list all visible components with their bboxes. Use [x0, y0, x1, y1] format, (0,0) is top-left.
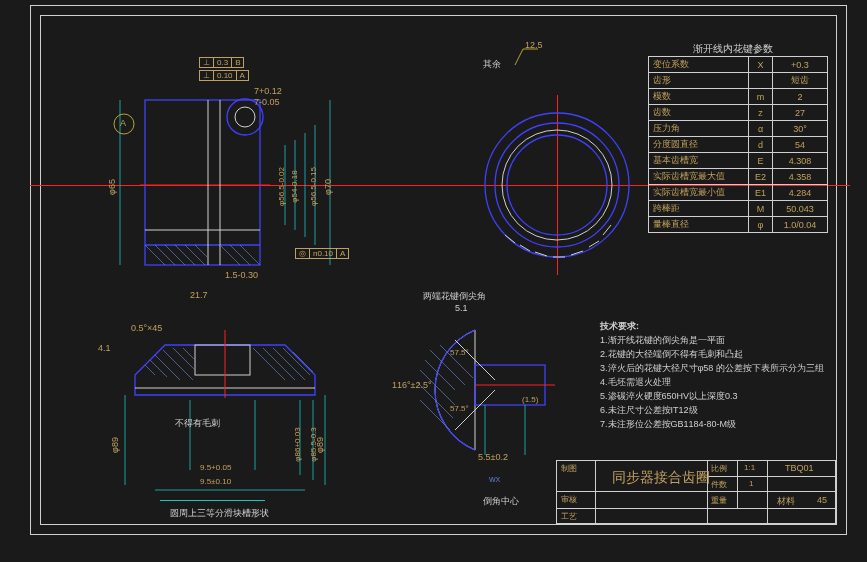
gcf-box-2: ⊥0.10A [199, 70, 249, 81]
svg-line-43 [183, 348, 195, 360]
dim-w95a: 9.5±0.10 [200, 477, 231, 486]
gcf3-sym: ◎ [296, 249, 310, 258]
param-row: 量棒直径φ1.0/0.04 [649, 217, 828, 233]
param-row: 齿形短齿 [649, 73, 828, 89]
ra-value: 12.5 [525, 40, 543, 50]
dim-d70: φ70 [323, 179, 333, 195]
gcf3-tol: n0.10 [310, 249, 337, 258]
dim-d5418: φ54-0.18 [290, 170, 299, 202]
dim-cham: 0.5°×45 [131, 323, 162, 333]
ring-front-view [475, 95, 640, 275]
param-row: 模数m2 [649, 89, 828, 105]
svg-line-47 [283, 348, 310, 375]
dim-d86: φ86+0.03 [293, 427, 302, 461]
param-row: 变位系数X+0.3 [649, 57, 828, 73]
svg-point-25 [495, 123, 619, 247]
param-row: 跨棒距M50.043 [649, 201, 828, 217]
dim-55: 5.5±0.2 [478, 452, 508, 462]
gcf2-tol: 0.10 [214, 71, 237, 80]
svg-line-40 [155, 355, 180, 380]
svg-line-46 [273, 348, 305, 380]
param-row: 齿数z27 [649, 105, 828, 121]
svg-line-39 [150, 360, 167, 377]
gcf1-tol: 0.3 [214, 58, 232, 67]
qiyu-label: 其余 [483, 58, 501, 71]
svg-line-41 [163, 350, 193, 380]
dim-217: 21.7 [190, 290, 208, 300]
svg-line-28 [505, 235, 515, 243]
tb-mass-l: 重量 [711, 495, 727, 506]
gcf-box-1: ⊥0.3B [199, 57, 244, 68]
datum-a-label: A [120, 118, 126, 128]
param-row: 基本齿槽宽E4.308 [649, 153, 828, 169]
svg-line-13 [195, 245, 208, 258]
tb-code: TBQ01 [785, 463, 814, 473]
param-row: 实际齿槽宽最大值E24.358 [649, 169, 828, 185]
dim-w95b: 9.5+0.05 [200, 463, 231, 472]
mid-wx: WX [489, 476, 500, 483]
gcf1-sym: ⊥ [200, 58, 214, 67]
note-2: 2.花键的大径端倒不得有毛刺和凸起 [600, 348, 743, 361]
svg-line-16 [240, 245, 260, 265]
note-slot: 圆周上三等分滑块槽形状 [170, 507, 269, 520]
svg-rect-35 [195, 345, 250, 375]
gcf3-dat: A [337, 249, 348, 258]
svg-line-11 [175, 245, 195, 265]
dim-41: 4.1 [98, 343, 111, 353]
mid-note2: 倒角中心 [483, 495, 519, 508]
tb-col2: 审核 [561, 494, 577, 505]
tb-main: 同步器接合齿圈 [612, 469, 710, 487]
svg-line-63 [420, 400, 450, 430]
dim-d89: φ89 [110, 437, 120, 453]
title-block: 同步器接合齿圈 比例 1:1 TBQ01 件数 1 重量 材料 45 制图 审核… [556, 460, 836, 524]
dim-d564: φ56.5-0.02 [277, 167, 286, 206]
svg-point-3 [235, 107, 255, 127]
dim-d5618: φ56.5-0.15 [309, 167, 318, 206]
note-4: 4.毛坯需退火处理 [600, 376, 671, 389]
dim-7a: 7+0.12 [254, 86, 282, 96]
note-5: 5.渗碳淬火硬度650HV以上深度0.3 [600, 390, 738, 403]
svg-line-45 [263, 348, 295, 380]
mid-title: 两端花键倒尖角 [423, 290, 486, 303]
tb-scale-l: 比例 [711, 463, 727, 474]
dim-575a: 57.5° [450, 348, 469, 357]
note-3: 3.淬火后的花键大径尺寸φ58 的公差按下表所示分为三组 [600, 362, 824, 375]
svg-line-8 [145, 245, 165, 265]
dim-7b: 7-0.05 [254, 97, 280, 107]
tb-qty-v: 1 [749, 479, 753, 488]
dim-575b: 57.5° [450, 404, 469, 413]
gcf1-dat: B [232, 58, 243, 67]
tb-mat-l: 材料 [777, 495, 795, 508]
dim-d89b: φ89 [315, 437, 325, 453]
tb-scale-v: 1:1 [744, 463, 755, 472]
svg-point-26 [502, 130, 612, 240]
note-6: 6.未注尺寸公差按IT12级 [600, 404, 698, 417]
svg-line-14 [220, 245, 240, 265]
dim-15: 1.5-0.30 [225, 270, 258, 280]
tb-qty-l: 件数 [711, 479, 727, 490]
svg-point-27 [507, 135, 607, 235]
svg-line-9 [155, 245, 175, 265]
note-1: 1.渐开线花键的倒尖角是一平面 [600, 334, 725, 347]
svg-line-15 [230, 245, 250, 265]
svg-line-42 [173, 348, 195, 370]
tb-col3: 工艺 [561, 511, 577, 522]
tb-mat-v: 45 [817, 495, 827, 505]
dim-d65: φ65 [107, 179, 117, 195]
gcf2-dat: A [237, 71, 248, 80]
dim-116: 116°±2.5° [392, 380, 432, 390]
svg-line-44 [253, 348, 285, 380]
gcf2-sym: ⊥ [200, 71, 214, 80]
leader-slot [160, 500, 265, 501]
tb-col1: 制图 [561, 463, 577, 474]
cad-canvas: ⊥0.3B ⊥0.10A 7+0.12 7-0.05 ◎n0.10A φ65 φ… [0, 0, 867, 562]
dim-15p: (1.5) [522, 395, 538, 404]
param-row: 分度圆直径d54 [649, 137, 828, 153]
svg-line-10 [165, 245, 185, 265]
svg-rect-0 [145, 100, 260, 265]
param-row: 压力角α30° [649, 121, 828, 137]
param-table-title: 渐开线内花键参数 [693, 42, 773, 56]
notes-title: 技术要求: [600, 320, 639, 333]
svg-line-12 [185, 245, 205, 265]
note-burr: 不得有毛刺 [175, 417, 220, 430]
